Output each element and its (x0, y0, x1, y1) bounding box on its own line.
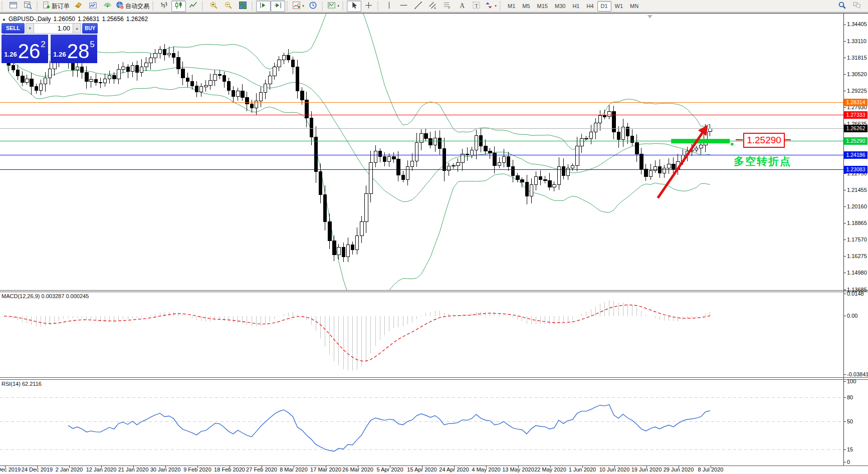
timeframe-mn-button[interactable]: MN (626, 1, 642, 12)
macd-tick-label: -0.038415 (847, 371, 868, 378)
buy-price-big: 28 (67, 43, 90, 60)
candle-chart-icon (175, 2, 182, 11)
green-highlight-bar (671, 139, 730, 143)
macd-tick-label: 0.0148 (847, 291, 864, 297)
timeframe-m5-button[interactable]: M5 (519, 1, 533, 12)
timeframe-d1-button[interactable]: D1 (597, 1, 611, 12)
buy-button[interactable]: BUY (82, 23, 98, 34)
timeframe-m1-button[interactable]: M1 (504, 1, 519, 12)
sell-price-tile[interactable]: 1.26 26 2 (2, 35, 48, 63)
rsi-tick-label: 0 (847, 459, 850, 465)
price-tick-label: 1.21455 (847, 187, 867, 193)
date-label: 10 Jun 2020 (599, 466, 630, 472)
market-watch-button[interactable] (21, 1, 35, 12)
new-order-button-label: 新订单 (52, 2, 70, 11)
date-label: 12 Jan 2020 (86, 466, 117, 472)
new-order-button[interactable]: 新订单 (41, 1, 71, 12)
sell-button[interactable]: SELL (2, 23, 25, 34)
auto-scroll-icon (260, 2, 267, 11)
timeframe-m30-button[interactable]: M30 (551, 1, 569, 12)
toolbar-separator (37, 2, 39, 11)
bar-chart-icon (160, 2, 168, 11)
price-badge: 1.23083 (844, 166, 867, 173)
timeframe-h1-button[interactable]: H1 (569, 1, 583, 12)
signals-button[interactable] (100, 1, 115, 12)
zoom-in-button[interactable] (206, 1, 221, 12)
macd-indicator-label: MACD(12,26,9) 0.003287 0.000245 (2, 293, 89, 299)
rsi-tick-label: 100 (847, 378, 856, 385)
channel-tool-button[interactable]: E (425, 1, 440, 12)
arrows-tool-button[interactable]: ▾ (484, 1, 498, 12)
macd-tick-label: 0.00 (847, 313, 857, 319)
crosshair-tool-button[interactable] (361, 1, 376, 12)
text-a-icon: A (458, 2, 466, 11)
auto-scroll-button[interactable] (256, 1, 271, 12)
bar-chart-button[interactable] (157, 1, 171, 12)
rsi-indicator-label: RSI(14) 62.2116 (2, 381, 42, 387)
chevron-down-icon: ▾ (302, 4, 304, 8)
timeframe-m15-button[interactable]: M15 (534, 1, 551, 12)
date-label: 8 Mar 2020 (280, 466, 308, 472)
date-label: 29 Jun 2020 (664, 466, 694, 472)
search-button[interactable] (835, 1, 849, 12)
price-badge: 1.27333 (844, 111, 867, 119)
price-tick-label: 1.14980 (847, 270, 867, 276)
tile-windows-button[interactable] (236, 1, 250, 12)
text-label-tool-button[interactable]: T (469, 1, 484, 12)
new-chart-window-button[interactable] (6, 1, 21, 12)
date-label: 24 Apr 2020 (439, 466, 469, 472)
toolbar-separator (202, 2, 204, 11)
crosshair-icon (365, 2, 372, 11)
date-label: 4 May 2020 (472, 466, 500, 472)
date-label: 2 Jan 2020 (56, 466, 83, 472)
community-chat-button[interactable] (849, 1, 864, 12)
template-button[interactable]: ▾ (326, 1, 341, 12)
timeframe-w1-button[interactable]: W1 (611, 1, 627, 12)
ohlc-low: 1.25656 (102, 16, 123, 23)
chart-canvas[interactable] (0, 0, 868, 474)
price-badge: 1.25290 (844, 137, 867, 145)
line-chart-button[interactable] (186, 1, 200, 12)
rsi-tick-label: 80 (847, 394, 853, 401)
toolbar-separator (2, 2, 4, 11)
price-tick-label: 1.34405 (847, 21, 867, 28)
price-badge: 1.28314 (844, 99, 867, 106)
price-tick-label: 1.33110 (847, 38, 866, 45)
zoom-out-button[interactable] (221, 1, 236, 12)
vertical-line-tool-button[interactable] (382, 1, 396, 12)
period-clock-button[interactable] (306, 1, 320, 12)
fibo-icon: F (444, 2, 451, 11)
date-label: 8 Jul 2020 (698, 466, 724, 472)
cursor-tool-button[interactable] (347, 1, 361, 12)
add-indicator-button[interactable]: ▾ (291, 1, 306, 12)
sell-price-big: 26 (18, 43, 41, 60)
date-label: 22 May 2020 (534, 466, 566, 472)
lot-increase-button[interactable]: ▴ (73, 23, 81, 34)
fibonacci-tool-button[interactable]: F (440, 1, 455, 12)
auto-trading-button-label: 自动交易 (125, 2, 149, 11)
auto-trading-button[interactable]: 自动交易 (115, 1, 151, 12)
symbol-icon: ▲ (2, 17, 6, 22)
history-center-button[interactable] (71, 1, 86, 12)
hline-icon (400, 2, 407, 11)
label-t-icon: T (473, 2, 480, 11)
charts-button[interactable] (86, 1, 100, 12)
timeframe-h4-button[interactable]: H4 (583, 1, 597, 12)
text-tool-button[interactable]: A (455, 1, 469, 12)
lot-size-input[interactable] (34, 23, 73, 34)
price-tick-label: 1.17570 (847, 236, 867, 243)
new-order-icon (43, 2, 50, 11)
one-click-trading-panel: SELL ▾ ▴ BUY 1.26 26 2 1.26 28 5 (2, 23, 98, 63)
chart-shift-button[interactable] (271, 1, 285, 12)
symbol-name: GBPUSD-,Daily (9, 16, 51, 23)
toolbar-separator (377, 2, 380, 11)
lot-decrease-button[interactable]: ▾ (26, 23, 34, 34)
gold-icon (75, 2, 82, 11)
toolbar-separator (252, 2, 254, 11)
buy-price-tile[interactable]: 1.26 28 5 (51, 35, 97, 63)
trendline-tool-button[interactable] (411, 1, 425, 12)
candlestick-chart-button[interactable] (171, 1, 186, 12)
arrows-icon (485, 2, 493, 11)
toolbar-right-group (835, 1, 864, 12)
horizontal-line-tool-button[interactable] (396, 1, 411, 12)
